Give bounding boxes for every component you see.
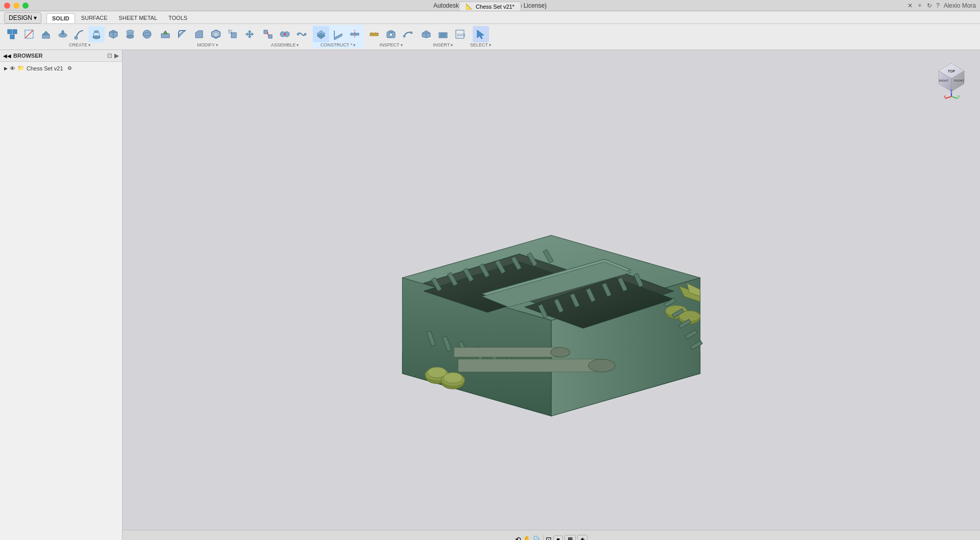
display-mode-btn[interactable]: ■ — [553, 535, 563, 541]
svg-rect-0 — [8, 30, 12, 34]
window-controls[interactable] — [4, 3, 29, 9]
browser-header: ◀◀ BROWSER ⊡ ▶ — [0, 50, 122, 62]
tab-surface[interactable]: SURFACE — [76, 13, 113, 22]
measure-tool[interactable] — [366, 26, 382, 42]
svg-point-50 — [389, 33, 393, 36]
motion-link-tool[interactable] — [293, 26, 310, 42]
browser-collapse-icon[interactable]: ◀◀ — [3, 53, 11, 59]
svg-point-53 — [410, 32, 412, 34]
create-group-header[interactable]: CREATE ▾ — [69, 42, 90, 47]
offset-plane-tool[interactable] — [313, 26, 329, 42]
press-pull-tool[interactable] — [157, 26, 174, 42]
sweep-tool[interactable] — [71, 26, 88, 42]
inspect-camera-tool[interactable] — [383, 26, 399, 42]
browser-toggle-icon[interactable]: ⊡ — [107, 52, 112, 59]
svg-point-10 — [94, 31, 99, 33]
construct-group-header[interactable]: CONSTRUCT * ▾ — [321, 42, 355, 47]
svg-marker-23 — [195, 31, 203, 38]
decal-tool[interactable] — [435, 26, 451, 42]
svg-marker-29 — [246, 30, 254, 38]
refresh-icon[interactable]: ↻ — [927, 2, 932, 9]
main-area: ◀◀ BROWSER ⊡ ▶ ▶ 👁 📁 Chess Set v21 ⚙ — [0, 50, 980, 540]
create-label: CREATE — [69, 42, 87, 47]
svg-point-116 — [444, 373, 463, 383]
visibility-icon[interactable]: 👁 — [10, 65, 15, 71]
svg-text:SVG: SVG — [457, 33, 465, 37]
angle-plane-tool[interactable] — [330, 26, 346, 42]
svg-rect-5 — [42, 35, 50, 38]
svg-line-28 — [229, 30, 232, 33]
titlebar-right-controls: ✕ ＋ ↻ ? Alexio Mora — [908, 1, 976, 10]
pan-icon[interactable]: ✋ — [523, 535, 531, 541]
sphere-tool[interactable] — [139, 26, 155, 42]
select-group-header[interactable]: SELECT ▾ — [470, 42, 491, 47]
titlebar: Autodesk Fusion 360 (Education License) … — [0, 0, 980, 11]
help-icon[interactable]: ? — [936, 2, 940, 9]
box-tool[interactable] — [105, 26, 121, 42]
browser-root-item[interactable]: ▶ 👁 📁 Chess Set v21 ⚙ — [2, 64, 120, 72]
model-canvas[interactable] — [122, 50, 980, 540]
svg-rect-1 — [13, 30, 17, 34]
svg-marker-25 — [213, 32, 218, 37]
maximize-button[interactable] — [22, 3, 29, 9]
inspect-group-header[interactable]: INSPECT ▾ — [379, 42, 402, 47]
svg-point-37 — [304, 33, 306, 35]
toolbar: DESIGN ▾ SOLID SURFACE SHEET METAL TOOLS — [0, 11, 980, 50]
modify-group-header[interactable]: MODIFY ▾ — [197, 42, 218, 47]
zoom-icon[interactable]: 🔍 — [533, 535, 542, 541]
shell-tool[interactable] — [208, 26, 224, 42]
joint-tool[interactable] — [277, 26, 293, 42]
svg-tool[interactable]: SVG — [452, 26, 468, 42]
revolve-tool[interactable] — [55, 26, 71, 42]
extrude-tool[interactable] — [38, 26, 54, 42]
insert-mesh-tool[interactable] — [418, 26, 434, 42]
select-label: SELECT — [470, 42, 488, 47]
move-tool[interactable] — [241, 26, 258, 42]
svg-rect-51 — [389, 31, 393, 32]
visual-style-btn[interactable]: ◈ — [577, 535, 587, 540]
assembly-icon: 📁 — [17, 65, 24, 71]
close-window-icon[interactable]: ✕ — [908, 2, 913, 9]
viewport[interactable]: TOP FRONT RIGHT Z Y X — [122, 50, 980, 540]
new-tab-icon[interactable]: ＋ — [917, 1, 923, 10]
chamfer-tool[interactable] — [191, 26, 207, 42]
sketch-tool[interactable] — [21, 26, 37, 42]
select-tool[interactable] — [473, 26, 489, 42]
select-group: SELECT ▾ — [470, 26, 491, 47]
user-name[interactable]: Alexio Mora — [944, 2, 976, 9]
tab-tools[interactable]: TOOLS — [163, 13, 192, 22]
assemble-group-header[interactable]: ASSEMBLE ▾ — [271, 42, 299, 47]
assemble-arrow: ▾ — [297, 43, 299, 47]
orbit-icon[interactable]: ⟲ — [515, 535, 521, 541]
svg-point-18 — [127, 35, 134, 38]
loft-tool[interactable] — [88, 26, 105, 42]
construct-arrow: ▾ — [353, 43, 355, 47]
svg-point-8 — [75, 36, 78, 39]
active-tab[interactable]: 📐 Chess Set v21* — [459, 2, 521, 11]
new-component-tool[interactable] — [4, 26, 20, 42]
design-dropdown[interactable]: DESIGN ▾ — [4, 12, 41, 23]
midplane-tool[interactable] — [347, 26, 363, 42]
modify-label: MODIFY — [197, 42, 215, 47]
modify-arrow: ▾ — [216, 43, 218, 47]
sidebar: ◀◀ BROWSER ⊡ ▶ ▶ 👁 📁 Chess Set v21 ⚙ — [0, 50, 122, 540]
scale-tool[interactable] — [225, 26, 241, 42]
fillet-tool[interactable] — [174, 26, 190, 42]
insert-group-header[interactable]: INSERT ▾ — [433, 42, 453, 47]
curvature-tool[interactable] — [400, 26, 416, 42]
zoom-fit-icon[interactable]: ⊡ — [543, 535, 552, 541]
svg-rect-109 — [454, 348, 560, 357]
close-button[interactable] — [4, 3, 10, 9]
browser-title: BROWSER — [13, 53, 42, 59]
browser-expand-icon[interactable]: ▶ — [114, 52, 119, 59]
tab-sheet-metal[interactable]: SHEET METAL — [114, 13, 162, 22]
svg-rect-21 — [161, 34, 169, 38]
grid-btn[interactable]: ▦ — [565, 535, 576, 540]
create-group: CREATE ▾ — [4, 26, 155, 47]
settings-icon[interactable]: ⚙ — [67, 65, 72, 71]
minimize-button[interactable] — [13, 3, 19, 9]
cylinder-tool[interactable] — [122, 26, 138, 42]
assemble-component-tool[interactable] — [260, 26, 276, 42]
tab-solid[interactable]: SOLID — [46, 13, 75, 23]
svg-line-32 — [267, 32, 268, 36]
